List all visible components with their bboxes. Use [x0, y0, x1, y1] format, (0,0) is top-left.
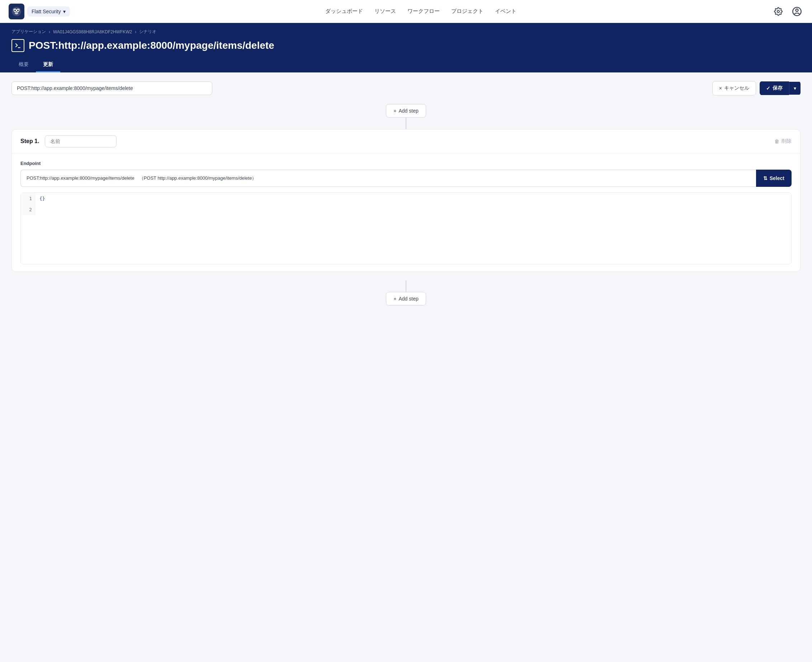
tab-update[interactable]: 更新: [36, 58, 60, 72]
add-step-bottom: + Add step: [11, 280, 801, 305]
step-header: Step 1. 🗑 削除: [12, 129, 800, 153]
check-icon: ✓: [766, 85, 770, 91]
code-editor[interactable]: 1 {} 2: [21, 193, 791, 264]
breadcrumb-id[interactable]: WA01J4GGS988H8RJA8KDF2HWFKW2: [53, 29, 132, 34]
add-step-top: + Add step: [11, 104, 801, 129]
terminal-icon: [11, 39, 24, 52]
nav-workflow[interactable]: ワークフロー: [407, 8, 440, 15]
delete-button[interactable]: 🗑 削除: [774, 138, 791, 145]
svg-point-8: [777, 10, 779, 13]
chevron-down-icon: ▾: [63, 9, 66, 14]
delete-label: 削除: [781, 138, 791, 145]
logo-area: Flatt Security ▾: [9, 3, 70, 19]
endpoint-display-text: POST:http://app.example:8000/mypage/item…: [27, 175, 256, 182]
line-content-1[interactable]: {}: [35, 193, 50, 204]
cancel-button[interactable]: × キャンセル: [712, 81, 756, 95]
org-name: Flatt Security: [32, 9, 61, 14]
header-banner: アプリケーション › WA01J4GGS988H8RJA8KDF2HWFKW2 …: [0, 23, 812, 72]
trash-icon: 🗑: [774, 138, 779, 144]
connector-line-bottom: [406, 280, 406, 292]
updown-icon: ⇅: [763, 175, 767, 181]
breadcrumb: アプリケーション › WA01J4GGS988H8RJA8KDF2HWFKW2 …: [11, 29, 801, 35]
page-title-row: POST:http://app.example:8000/mypage/item…: [11, 39, 801, 52]
save-chevron-icon: ▾: [794, 85, 796, 91]
save-chevron-button[interactable]: ▾: [789, 82, 801, 95]
nav-right: [772, 5, 803, 18]
top-bar: × キャンセル ✓ 保存 ▾: [11, 81, 801, 95]
cancel-label: キャンセル: [724, 85, 749, 92]
navbar: Flatt Security ▾ ダッシュボード リソース ワークフロー プロジ…: [0, 0, 812, 23]
save-button[interactable]: ✓ 保存: [760, 81, 789, 95]
nav-resources[interactable]: リソース: [375, 8, 396, 15]
nav-dashboard[interactable]: ダッシュボード: [325, 8, 363, 15]
page-title: POST:http://app.example:8000/mypage/item…: [29, 40, 274, 51]
svg-point-10: [796, 9, 798, 11]
svg-point-5: [15, 12, 18, 14]
breadcrumb-sep-1: ›: [49, 29, 50, 34]
step-name-input[interactable]: [45, 135, 117, 148]
endpoint-section-label: Endpoint: [21, 161, 791, 166]
nav-events[interactable]: イベント: [495, 8, 516, 15]
endpoint-section: Endpoint POST:http://app.example:8000/my…: [12, 153, 800, 272]
org-selector[interactable]: Flatt Security ▾: [27, 6, 70, 16]
main-endpoint-input[interactable]: [11, 81, 212, 95]
cross-icon: ×: [719, 85, 722, 91]
svg-point-6: [13, 9, 15, 10]
endpoint-row: POST:http://app.example:8000/mypage/item…: [21, 170, 791, 187]
add-step-label-bottom: Add step: [399, 296, 418, 302]
settings-icon[interactable]: [772, 5, 785, 18]
plus-icon-bottom: +: [394, 296, 396, 302]
breadcrumb-sep-2: ›: [135, 29, 136, 34]
add-step-bottom-button[interactable]: + Add step: [386, 292, 426, 305]
breadcrumb-scenario[interactable]: シナリオ: [139, 29, 156, 35]
tab-overview[interactable]: 概要: [11, 58, 36, 72]
line-num-1: 1: [21, 193, 35, 204]
top-actions: × キャンセル ✓ 保存 ▾: [712, 81, 801, 95]
plus-icon-top: +: [394, 108, 396, 114]
svg-point-0: [12, 7, 21, 16]
nav-links: ダッシュボード リソース ワークフロー プロジェクト イベント: [81, 8, 761, 15]
code-line-1: 1 {}: [21, 193, 791, 204]
nav-projects[interactable]: プロジェクト: [451, 8, 484, 15]
add-step-top-button[interactable]: + Add step: [386, 104, 426, 117]
step-card: Step 1. 🗑 削除 Endpoint POST:http://app.ex…: [11, 129, 801, 272]
breadcrumb-app[interactable]: アプリケーション: [11, 29, 46, 35]
add-step-label-top: Add step: [399, 108, 418, 114]
logo-icon: [9, 3, 24, 19]
line-num-2: 2: [21, 204, 35, 215]
save-label: 保存: [773, 85, 783, 92]
svg-point-7: [18, 9, 20, 10]
endpoint-display: POST:http://app.example:8000/mypage/item…: [21, 170, 756, 187]
connector-line-top: [406, 117, 406, 129]
line-content-2[interactable]: [35, 204, 44, 262]
select-button[interactable]: ⇅ Select: [756, 170, 791, 187]
code-line-2: 2: [21, 204, 791, 262]
select-label: Select: [770, 175, 785, 181]
tab-row: 概要 更新: [11, 58, 801, 72]
save-button-group: ✓ 保存 ▾: [760, 81, 801, 95]
user-icon[interactable]: [791, 5, 803, 18]
main-content: × キャンセル ✓ 保存 ▾ + Add step Step 1.: [0, 72, 812, 662]
step-label: Step 1.: [21, 138, 39, 145]
